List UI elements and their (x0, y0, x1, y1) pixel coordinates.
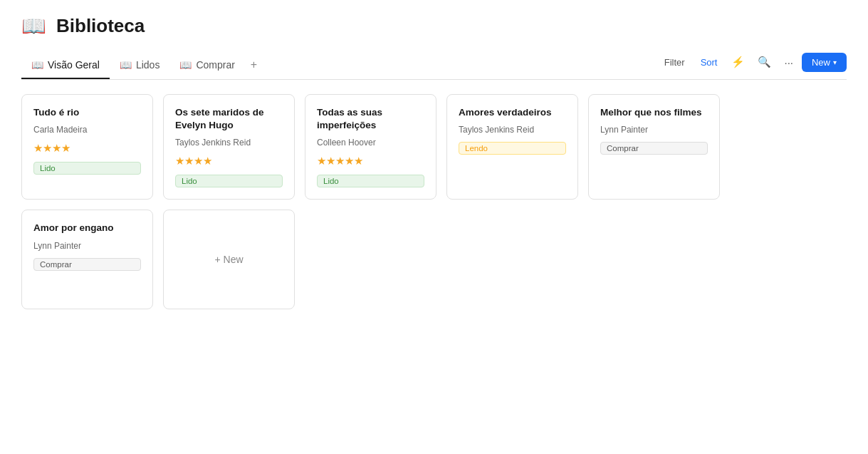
search-icon: 🔍 (758, 56, 771, 68)
book-stars: ★★★★ (33, 142, 141, 155)
filter-button[interactable]: Filter (659, 54, 691, 71)
tab-comprar[interactable]: 📖 Comprar (169, 52, 244, 79)
book-stars: ★★★★ (175, 155, 283, 167)
new-chevron-icon: ▾ (833, 58, 837, 66)
book-author: Taylos Jenkins Reid (175, 138, 283, 148)
more-options-button[interactable]: ··· (780, 53, 798, 71)
page-title: Biblioteca (56, 15, 145, 37)
book-author: Taylos Jenkins Reid (459, 125, 566, 135)
book-card[interactable]: Melhor que nos filmesLynn PainterComprar (588, 94, 720, 200)
lightning-button[interactable]: ⚡ (727, 53, 749, 71)
book-badge: Comprar (600, 142, 708, 155)
tab-label-comprar: Comprar (196, 59, 234, 71)
tab-icon-visao-geral: 📖 (31, 59, 43, 71)
book-badge: Lido (175, 175, 283, 187)
book-title: Tudo é rio (33, 106, 141, 119)
book-author: Carla Madeira (33, 125, 141, 135)
nav-tabs: 📖 Visão Geral 📖 Lidos 📖 Comprar + (21, 51, 659, 79)
app-container: 📖 Biblioteca 📖 Visão Geral 📖 Lidos 📖 Com… (0, 0, 868, 324)
add-tab-icon: + (251, 58, 257, 71)
book-stars: ★★★★★ (317, 155, 424, 167)
book-title: Amores verdadeiros (459, 106, 566, 119)
book-title: Os sete maridos de Evelyn Hugo (175, 106, 283, 132)
book-badge: Lido (317, 175, 424, 187)
tab-visao-geral[interactable]: 📖 Visão Geral (21, 52, 110, 79)
tab-lidos[interactable]: 📖 Lidos (110, 52, 169, 79)
book-card[interactable]: Amor por enganoLynn PainterComprar (21, 210, 153, 309)
filter-label: Filter (664, 57, 685, 68)
book-card[interactable]: Todas as suas imperfeiçõesColleen Hoover… (305, 94, 436, 200)
book-badge: Comprar (33, 258, 141, 271)
new-card-button[interactable]: + New (163, 210, 295, 309)
book-title: Todas as suas imperfeições (317, 106, 424, 132)
book-author: Lynn Painter (33, 241, 141, 251)
sort-button[interactable]: Sort (695, 54, 723, 71)
book-card[interactable]: Tudo é rioCarla Madeira★★★★Lido (21, 94, 153, 200)
more-icon: ··· (784, 56, 793, 68)
new-label: New (812, 57, 830, 68)
book-title: Melhor que nos filmes (600, 106, 708, 119)
tab-label-lidos: Lidos (136, 59, 160, 71)
tab-icon-comprar: 📖 (179, 59, 192, 71)
nav-bar: 📖 Visão Geral 📖 Lidos 📖 Comprar + Filter… (21, 51, 847, 80)
book-badge: Lido (33, 162, 141, 175)
page-header: 📖 Biblioteca (21, 14, 847, 38)
cards-grid: Tudo é rioCarla Madeira★★★★LidoOs sete m… (21, 94, 847, 309)
add-tab-button[interactable]: + (245, 51, 263, 80)
sort-label: Sort (701, 57, 718, 68)
book-author: Lynn Painter (600, 125, 708, 135)
tab-label-visao-geral: Visão Geral (48, 59, 100, 71)
toolbar-right: Filter Sort ⚡ 🔍 ··· New ▾ (659, 53, 847, 78)
search-button[interactable]: 🔍 (753, 53, 775, 71)
tab-icon-lidos: 📖 (120, 59, 132, 71)
lightning-icon: ⚡ (731, 56, 745, 68)
book-card[interactable]: Os sete maridos de Evelyn HugoTaylos Jen… (163, 94, 295, 200)
book-card[interactable]: Amores verdadeirosTaylos Jenkins ReidLen… (446, 94, 578, 200)
book-author: Colleen Hoover (317, 138, 424, 148)
page-icon: 📖 (21, 14, 46, 38)
book-badge: Lendo (459, 142, 566, 155)
book-title: Amor por engano (33, 222, 141, 234)
new-button[interactable]: New ▾ (802, 53, 847, 72)
